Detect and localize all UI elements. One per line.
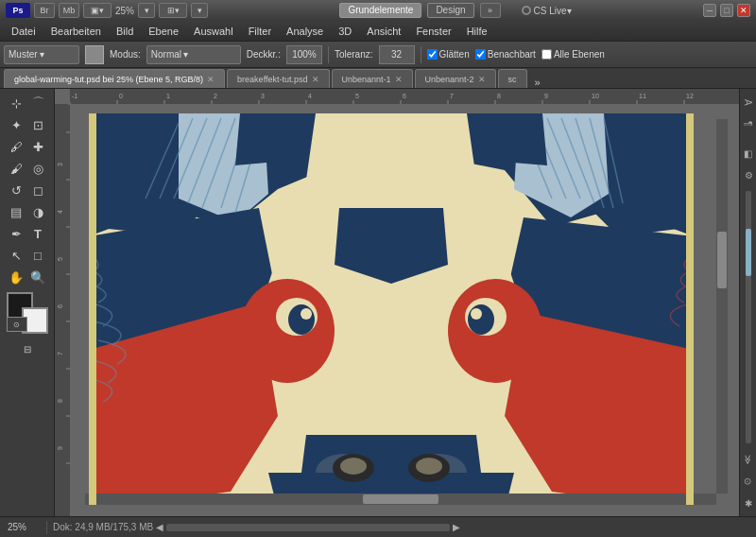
shape-tool[interactable]: □	[27, 245, 48, 266]
dodge-tool[interactable]: ◑	[27, 201, 48, 222]
eyedropper-tool[interactable]: 🖋	[6, 136, 26, 157]
more-workspaces-btn[interactable]: »	[480, 3, 501, 18]
cs-live-btn[interactable]: CS Live▾	[534, 6, 572, 16]
minibr-btn[interactable]: Mb	[59, 3, 79, 18]
bridge-btn[interactable]: Br	[34, 3, 55, 18]
tool-row-6: ▤ ◑	[6, 201, 48, 222]
title-bar-center: Grundelemente Design » CS Live▾	[339, 3, 571, 18]
menu-analyse[interactable]: Analyse	[279, 24, 331, 39]
status-doc-area: Dok: 24,9 MB/175,3 MB ◀ ▶	[53, 522, 460, 532]
tab-close-1[interactable]: ✕	[312, 75, 319, 84]
svg-text:1: 1	[166, 93, 170, 99]
grundelemente-btn[interactable]: Grundelemente	[339, 3, 421, 18]
screen-mode-row: ⊟	[17, 338, 38, 359]
lasso-tool[interactable]: ⌒	[27, 93, 48, 113]
tab-sc[interactable]: sc	[498, 69, 527, 88]
alle-ebenen-check[interactable]: Alle Ebenen	[541, 49, 605, 60]
svg-text:6: 6	[403, 93, 406, 99]
tab-close-3[interactable]: ✕	[478, 75, 486, 84]
status-arrow-left[interactable]: ◀	[156, 522, 163, 532]
tab-breakeffekt[interactable]: breakeffekt-tut.psd ✕	[227, 69, 329, 88]
eraser-tool[interactable]: ◻	[27, 180, 48, 200]
ruler-top: -1 0 1 2 3 4 5 6 7 8 9	[70, 89, 739, 104]
tool-row-2: ✦ ⊡	[6, 114, 48, 135]
arrange-btn[interactable]: ⊞▾	[159, 3, 187, 18]
color-swatch[interactable]	[85, 45, 104, 64]
toleranz-input[interactable]: 32	[379, 45, 415, 64]
tab-overflow-btn[interactable]: »	[529, 77, 546, 88]
layers-btn[interactable]: ◧	[741, 144, 756, 163]
crop-tool[interactable]: ⊡	[27, 114, 48, 135]
svg-text:-1: -1	[72, 93, 77, 99]
tab-global-warming[interactable]: global-warming-tut.psd bei 25% (Ebene 5,…	[4, 69, 225, 88]
text-tool[interactable]: T	[27, 223, 48, 244]
paragraph-btn[interactable]: ¶	[741, 114, 756, 133]
quick-mask-icon[interactable]: ⊙	[7, 317, 27, 332]
menu-filter[interactable]: Filter	[241, 24, 279, 39]
hand-tool[interactable]: ✋	[6, 267, 26, 287]
marquee-tool[interactable]: ⊹	[6, 93, 26, 113]
path-select-tool[interactable]: ↖	[6, 245, 26, 266]
menu-3d[interactable]: 3D	[331, 24, 359, 39]
title-bar-left: Ps Br Mb ▣▾ 25% ▾ ⊞▾ ▾	[6, 3, 208, 18]
ps-logo: Ps	[6, 3, 30, 18]
tool-options-btn[interactable]: ⊙	[741, 472, 756, 491]
expand-panels-btn[interactable]: ≫	[741, 450, 756, 469]
zoom-dropdown[interactable]: ▾	[138, 3, 155, 18]
clone-tool[interactable]: ◎	[27, 158, 48, 179]
screen-mode-btn[interactable]: ⊟	[17, 338, 38, 359]
scrollbar-h-thumb[interactable]	[363, 494, 438, 504]
svg-text:3: 3	[57, 163, 63, 166]
menu-ebene[interactable]: Ebene	[141, 24, 186, 39]
pen-tool[interactable]: ✒	[6, 223, 26, 244]
tab-close-0[interactable]: ✕	[207, 75, 215, 84]
modus-dropdown[interactable]: Normal▾	[146, 45, 241, 64]
spot-heal-tool[interactable]: ✚	[27, 136, 48, 157]
menu-ansicht[interactable]: Ansicht	[359, 24, 408, 39]
scrollbar-horizontal[interactable]	[85, 494, 716, 505]
canvas-area[interactable]: -1 0 1 2 3 4 5 6 7 8 9	[55, 89, 739, 516]
deckkraft-label: Deckkr.:	[247, 49, 281, 60]
tab-close-2[interactable]: ✕	[395, 75, 403, 84]
menu-bild[interactable]: Bild	[109, 24, 141, 39]
far-right-panel: A ¶ ◧ ⚙ ≫ ⊙ ✱	[739, 89, 756, 516]
menu-fenster[interactable]: Fenster	[408, 24, 458, 39]
collapse-btn[interactable]: ✱	[741, 494, 756, 512]
menu-auswahl[interactable]: Auswahl	[186, 24, 241, 39]
svg-point-56	[471, 308, 482, 320]
zoom-display: 25%	[8, 522, 41, 532]
magic-wand-tool[interactable]: ✦	[6, 114, 26, 135]
history-panel-btn[interactable]: A	[741, 93, 756, 112]
design-btn[interactable]: Design	[427, 3, 473, 18]
deckkraft-input[interactable]: 100%	[286, 45, 322, 64]
glaetten-check[interactable]: Glätten	[427, 49, 470, 60]
right-scrollbar-thumb[interactable]	[746, 229, 751, 276]
tab-unbenannt2[interactable]: Unbenannt-2 ✕	[415, 69, 496, 88]
arrange-dropdown[interactable]: ▾	[191, 3, 208, 18]
status-bar: 25% Dok: 24,9 MB/175,3 MB ◀ ▶	[0, 516, 756, 537]
tool-preset-dropdown[interactable]: Muster▾	[4, 45, 79, 64]
right-scrollbar[interactable]	[746, 191, 751, 443]
right-panel-btn2[interactable]: ⚙	[741, 165, 756, 184]
menu-bearbeiten[interactable]: Bearbeiten	[43, 24, 109, 39]
canvas-viewport[interactable]	[70, 104, 728, 505]
toleranz-label: Toleranz:	[335, 49, 373, 60]
menu-datei[interactable]: Datei	[4, 24, 43, 39]
maximize-btn[interactable]: □	[720, 4, 733, 17]
history-brush-tool[interactable]: ↺	[6, 180, 26, 200]
close-btn[interactable]: ✕	[737, 4, 750, 17]
main-area: ⊹ ⌒ ✦ ⊡ 🖋 ✚ 🖌 ◎ ↺ ◻ ▤ ◑ ✒ T ↖ □	[0, 89, 756, 516]
screen-mode-btn[interactable]: ▣▾	[83, 3, 112, 18]
status-arrow-right[interactable]: ▶	[453, 522, 460, 532]
minimize-btn[interactable]: ─	[703, 4, 716, 17]
zoom-tool[interactable]: 🔍	[27, 267, 48, 287]
scrollbar-vertical[interactable]	[716, 119, 728, 494]
brush-tool[interactable]: 🖌	[6, 158, 26, 179]
tab-unbenannt1[interactable]: Unbenannt-1 ✕	[332, 69, 413, 88]
menu-hilfe[interactable]: Hilfe	[459, 24, 495, 39]
benachbart-check[interactable]: Benachbart	[475, 49, 536, 60]
scrollbar-v-thumb[interactable]	[717, 232, 727, 288]
menu-bar: Datei Bearbeiten Bild Ebene Auswahl Filt…	[0, 21, 756, 42]
gradient-tool[interactable]: ▤	[6, 201, 26, 222]
tool-row-7: ✒ T	[6, 223, 48, 244]
